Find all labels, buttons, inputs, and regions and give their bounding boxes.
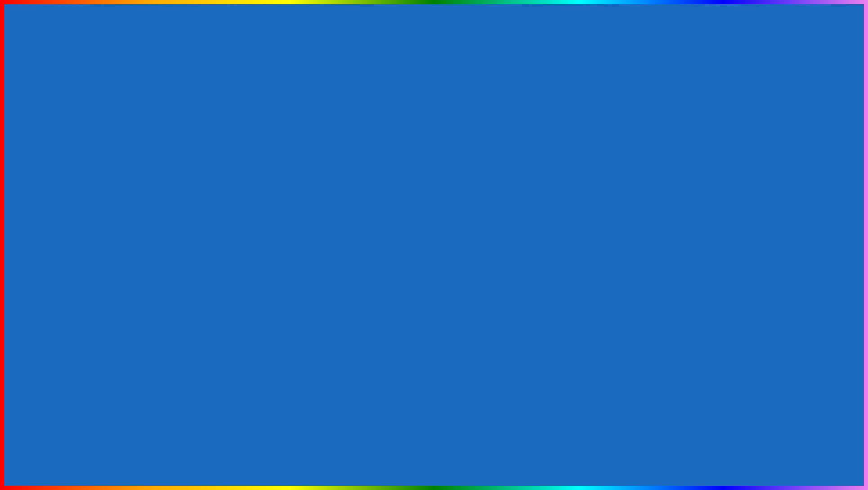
mirage-text: MIRAGE — [639, 136, 765, 172]
auto-tp-temple-btn[interactable]: Auto TP [ Temple ] — [602, 185, 686, 192]
logo-x: ✦X — [746, 444, 794, 481]
auto-up-stats-btn[interactable]: Auto Up [ Stats ] — [157, 174, 248, 181]
full-moon-text: FULL MOON — [639, 112, 765, 136]
slider-fill — [85, 189, 125, 241]
select-weapon-row: Select Weapon : Melee 📁 — [157, 152, 248, 156]
auto-safe-cyborg-left-btn[interactable]: Auto Safe [ Cyborg ] — [85, 289, 151, 296]
mirage-island-left: Mirage Island : ✗ — [85, 283, 151, 287]
fullmoon-section-title: 🌕 Full Mon 🌕 — [85, 144, 151, 149]
auto-super-human-btn[interactable]: Auto Super Human [ Sea2 ] — [602, 216, 686, 223]
combat-section-title: ⚔ Combat ⚔ — [602, 208, 686, 213]
logo-fruits: FRUITS — [796, 453, 855, 472]
race-v4-god-btn[interactable]: Race v4 [ God ] — [692, 287, 805, 295]
rdivider-3 — [692, 194, 805, 194]
auto-find-full-moon-btn[interactable]: Auto Find [ Full Moon ] — [602, 194, 686, 201]
select-stats-row: Select Stats : Melee 📁 — [157, 158, 248, 163]
title-separator: X — [387, 32, 417, 82]
auto-farm-all-boss-btn[interactable]: Auto Farm [ All Boss ] — [157, 219, 248, 227]
select-weapon-text: Select Weapon : Melee — [157, 152, 194, 156]
race-v4-human-btn[interactable]: Race v4 [ Human ] — [692, 276, 805, 285]
right-panel-footer: ⊞ General-Tab — [600, 298, 808, 309]
auto-electric-claw-btn[interactable]: Auto Electric Claw [ Sea3 ] — [602, 243, 686, 250]
auto-farm-select-boss-btn[interactable]: Auto Farm [ Select Boss ] — [157, 210, 248, 218]
title-fruits: FRUITS — [434, 7, 681, 89]
footer-icon-right: ⊞ — [602, 301, 608, 307]
auto-farm-level-checkbox[interactable]: ✓ — [147, 245, 151, 249]
general-tab-btn-left[interactable]: General-Tab — [94, 300, 125, 307]
bottom-section: AUTO FARM SCRIPT PASTEBIN — [0, 432, 868, 483]
logo-container: ✦X FRUITS — [746, 444, 855, 481]
auto-death-step-btn[interactable]: Auto Death Step [ Sea2 ] — [602, 225, 686, 232]
locker-row: Gay - locker : 50 — [85, 183, 151, 187]
select-stats-text: Select Stats : Melee — [157, 159, 189, 163]
locker-slider[interactable] — [85, 189, 151, 241]
pastebin-text: PASTEBIN — [553, 437, 732, 478]
welcome-text: Welcome To Under Hub Scripts — [85, 177, 151, 181]
x-fruits-logo: ✦X FRUITS — [746, 444, 855, 481]
divider-2 — [85, 271, 151, 272]
auto-farm-level-btn[interactable]: Auto Farm [ Level ] — [85, 243, 145, 250]
auto-up-statskaituns-btn[interactable]: Auto Up [ StatsKaituns ] — [157, 165, 248, 172]
divider-1 — [85, 159, 151, 160]
auto-farm-level-row: Auto Farm [ Level ] ✓ — [85, 243, 151, 250]
locker-value: 50 — [111, 183, 115, 187]
auto-dragon-talon-btn[interactable]: Auto Dragon Talon [ Sea3 ] — [602, 252, 686, 259]
rdivider-2 — [602, 204, 686, 205]
timer-display: 0:30:14 — [395, 374, 473, 400]
title-blox: BLOX — [187, 7, 378, 89]
coins-display: 🪙 : 3/5 50% — [85, 152, 151, 156]
paste-input[interactable] — [692, 174, 805, 192]
select-boss-row: Select Boss [ To Farm ] : nil 📁 — [157, 195, 248, 200]
auto-farm-text: AUTO FARM — [136, 432, 403, 483]
general-tab-btn-right[interactable]: General-Tab — [611, 300, 642, 307]
big-buddha-btn[interactable]: Big [ Buddha ] — [692, 208, 805, 216]
hours-display: Hours : 0 Minutes : 3 Seconds : 28 — [85, 171, 151, 175]
auto-shark-man-btn[interactable]: Auto Shark man [ Sea2 ] — [602, 234, 686, 241]
footer-icon-left: ⊞ — [85, 301, 91, 307]
divider-3 — [157, 183, 248, 184]
auto-hop-all-boss-btn[interactable]: Auto Hop [ All Boss ] — [157, 228, 248, 236]
race-section-title: 😁 Race v4 😁 — [85, 275, 151, 280]
race-v4-btn[interactable]: Race v4 — [692, 197, 805, 205]
best-top-label: BEST TOP — [76, 112, 200, 141]
auto-pirate-btn[interactable]: Auto Pirate [ Raid ] — [85, 261, 151, 268]
logo-text: FRUITS — [796, 453, 855, 472]
script-text: SCRIPT — [412, 437, 543, 478]
full-moon-mirage-label: FULL MOON MIRAGE — [639, 112, 765, 172]
race-v4-cyborg-btn[interactable]: Race v4 [ Cyborg ] — [692, 265, 805, 274]
race-v4-ghoul-btn[interactable]: Race v4 [ Ghoul ] — [692, 254, 805, 263]
left-panel-content: 🌕 Full Mon 🌕 🪙 : 3/5 50% ⚙ Main ⚙ Hours … — [82, 141, 251, 298]
select-weapon-file-icon[interactable]: 📁 — [243, 152, 248, 156]
select-boss-file-icon[interactable]: 📁 — [243, 195, 248, 200]
auto-active-btn[interactable]: Auto Active [ RaceV4 ] — [85, 252, 151, 259]
left-panel-left-col: 🌕 Full Mon 🌕 🪙 : 3/5 50% ⚙ Main ⚙ Hours … — [82, 141, 154, 298]
rdivider-4 — [692, 219, 805, 219]
select-boss-text: Select Boss [ To Farm ] : nil — [157, 196, 201, 200]
clear-select-boss-btn[interactable]: Clear list [ Select Boss ] — [157, 201, 248, 209]
boss-section-title: 🍊 Boss 🍊 — [157, 187, 248, 192]
left-panel-footer: ⊞ General-Tab — [82, 298, 251, 309]
main-title-section: BLOX X FRUITS — [0, 7, 868, 89]
select-stats-file-icon[interactable]: 📁 — [243, 158, 248, 163]
race-flag-label: 🏁 Race — [602, 151, 616, 156]
race-v4-mink-btn[interactable]: Race v4 [ Mink ] — [692, 222, 805, 231]
stats-section-title: 🎮 Stats 🎮 — [157, 144, 248, 149]
main-section-title: ⚙ Main ⚙ — [85, 163, 151, 168]
locker-label: Gay - locker : — [85, 183, 109, 187]
left-panel: Under x Hub ⓘ Wednesday February 20... T… — [81, 130, 252, 310]
race-v4-skypeian-btn[interactable]: Race v4 [ Skypeian ] — [692, 233, 805, 241]
race-v4-fishman-btn[interactable]: Race v4 [ Fishman ] — [692, 244, 805, 252]
auto-open-door-btn[interactable]: Auto Open [ Door ] — [602, 176, 686, 183]
left-panel-right-col: 🎮 Stats 🎮 Select Weapon : Melee 📁 Select… — [154, 141, 251, 298]
